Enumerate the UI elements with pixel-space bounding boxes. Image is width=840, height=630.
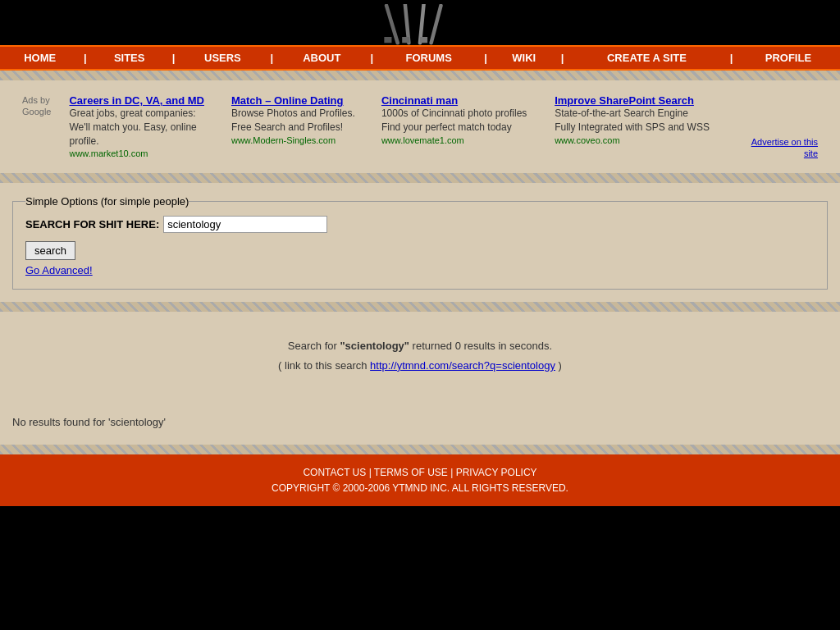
footer-terms[interactable]: TERMS OF USE [374, 467, 448, 478]
nav-profile[interactable]: PROFILE [737, 47, 840, 69]
nav-users[interactable]: USERS [179, 47, 267, 69]
footer: CONTACT US | TERMS OF USE | PRIVACY POLI… [0, 454, 840, 506]
footer-privacy[interactable]: PRIVACY POLICY [456, 467, 537, 478]
ad-bar: Ads by Google Careers in DC, VA, and MD … [0, 80, 840, 173]
results-link[interactable]: http://ytmnd.com/search?q=scientology [370, 359, 555, 372]
advertise-link[interactable]: Advertise on this site [729, 90, 826, 163]
search-label: SEARCH FOR SHIT HERE: [25, 218, 159, 231]
main-content: Simple Options (for simple people) SEARC… [0, 183, 840, 302]
results-query: "scientology" [340, 340, 409, 352]
header [0, 0, 840, 45]
footer-contact[interactable]: CONTACT US [303, 467, 366, 478]
nav-forums[interactable]: FORUMS [377, 47, 481, 69]
nav-sites[interactable]: SITES [90, 47, 168, 69]
stripe-divider-bottom [0, 445, 840, 454]
logo-icon [371, 4, 469, 45]
results-area: Search for "scientology" returned 0 resu… [0, 312, 840, 408]
svg-rect-6 [420, 37, 427, 43]
ads-by-label: Ads by Google [14, 90, 59, 163]
stripe-divider-mid2 [0, 302, 840, 312]
svg-rect-4 [384, 37, 391, 43]
svg-rect-5 [402, 37, 409, 43]
no-results-message: No results found for 'scientology' [0, 408, 840, 445]
search-row: SEARCH FOR SHIT HERE: [25, 216, 815, 233]
simple-options-box: Simple Options (for simple people) SEARC… [12, 195, 828, 290]
copyright-text: COPYRIGHT © 2000-2006 YTMND INC. ALL RIG… [12, 482, 828, 494]
nav-wiki[interactable]: WIKI [491, 47, 557, 69]
simple-options-legend: Simple Options (for simple people) [25, 195, 189, 208]
footer-links: CONTACT US | TERMS OF USE | PRIVACY POLI… [12, 467, 828, 478]
stripe-divider-mid1 [0, 173, 840, 183]
navbar: HOME | SITES | USERS | ABOUT | FORUMS | … [0, 45, 840, 71]
nav-create-site[interactable]: CREATE A SITE [568, 47, 726, 69]
go-advanced-link[interactable]: Go Advanced! [25, 264, 815, 276]
stripe-divider-top [0, 71, 840, 80]
ad-item-1[interactable]: Careers in DC, VA, and MD Great jobs, gr… [61, 90, 221, 163]
ad-item-2[interactable]: Match – Online Dating Browse Photos and … [223, 90, 372, 163]
nav-home[interactable]: HOME [0, 47, 80, 69]
svg-line-3 [431, 6, 441, 43]
search-input[interactable] [163, 216, 327, 233]
ad-item-4[interactable]: Improve SharePoint Search State-of-the-a… [546, 90, 728, 163]
search-button[interactable]: search [25, 241, 75, 260]
ad-item-3[interactable]: Cincinnati man 1000s of Cincinnati photo… [373, 90, 545, 163]
results-text: Search for "scientology" returned 0 resu… [16, 336, 824, 375]
nav-about[interactable]: ABOUT [277, 47, 367, 69]
